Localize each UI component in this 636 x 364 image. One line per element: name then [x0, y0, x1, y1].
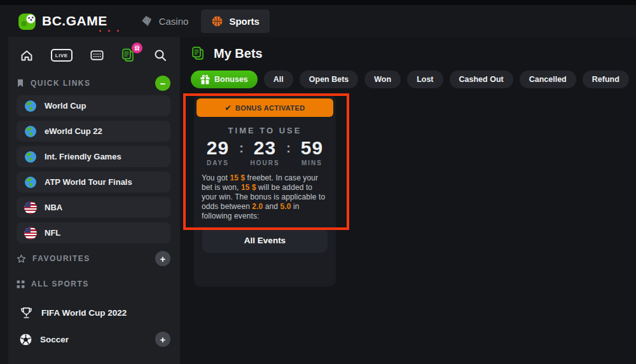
tab-open-bets[interactable]: Open Bets [300, 71, 359, 88]
tab-cancelled[interactable]: Cancelled [520, 71, 576, 88]
globe-icon [24, 125, 37, 138]
diamond-icon [139, 13, 154, 28]
nav-sports-label: Sports [229, 16, 259, 27]
nav-item-casino[interactable]: Casino [141, 15, 189, 27]
favourites-title: FAVOURITES [32, 254, 90, 263]
description-highlight: 2.0 [252, 202, 263, 211]
brand-logo[interactable]: BC.GAME [18, 11, 107, 30]
bet-filter-tabs: Bonuses All Open Bets Won Lost Cashed Ou… [191, 71, 636, 88]
sidebar-item-soccer[interactable]: Soccer + [17, 332, 170, 347]
trophy-icon [19, 306, 34, 320]
bonus-activated-banner: ✔ BONUS ACTIVATED [197, 98, 333, 117]
description-text: and [263, 202, 280, 211]
all-sports-header[interactable]: ALL SPORTS [17, 276, 170, 292]
search-icon[interactable] [153, 48, 167, 62]
sidebar-item-label: FIFA World Cup 2022 [41, 308, 127, 318]
nav-item-sports[interactable]: Sports [201, 10, 270, 33]
tab-won[interactable]: Won [364, 71, 401, 88]
check-icon: ✔ [225, 104, 231, 112]
my-bets-icon [191, 46, 206, 61]
sidebar-item-nba[interactable]: NBA [17, 197, 170, 218]
countdown-hours-value: 23 [245, 138, 286, 158]
countdown-days-label: DAYS [198, 159, 238, 166]
sidebar-item-world-cup[interactable]: World Cup [17, 95, 170, 116]
sidebar-item-label: Soccer [40, 335, 69, 344]
quick-links-collapse-button[interactable]: − [155, 76, 170, 91]
sidebar-item-label: Int. Friendly Games [45, 152, 121, 161]
sidebar-item-atp-world-tour-finals[interactable]: ATP World Tour Finals [17, 172, 170, 192]
favourites-add-button[interactable]: + [155, 251, 170, 266]
time-to-use-label: TIME TO USE [194, 126, 336, 135]
page-title: My Bets [191, 46, 636, 61]
tab-label: Bonuses [214, 75, 248, 84]
home-icon[interactable] [20, 48, 34, 62]
quick-links-title: QUICK LINKS [31, 79, 91, 88]
top-bar: BC.GAME Casino Sports [0, 5, 636, 37]
countdown-mins-label: MINS [292, 159, 333, 166]
sidebar-item-label: NBA [45, 203, 62, 212]
globe-icon [24, 100, 37, 112]
tab-label: Open Bets [309, 75, 349, 84]
description-highlight: 15 $ [230, 173, 245, 182]
countdown-days: 29 DAYS [198, 138, 238, 166]
tab-all[interactable]: All [264, 71, 293, 88]
tab-label: Won [374, 75, 391, 84]
all-sports-title: ALL SPORTS [31, 280, 89, 288]
countdown-mins-value: 59 [292, 138, 333, 158]
description-text: You got [202, 173, 230, 182]
description-highlight: 5.0 [280, 202, 291, 211]
bonus-card: ✔ BONUS ACTIVATED TIME TO USE 29 DAYS : … [194, 95, 336, 286]
gift-icon [200, 75, 210, 84]
nav-casino-label: Casino [159, 16, 189, 27]
all-events-button[interactable]: All Events [202, 227, 328, 253]
us-flag-icon [24, 227, 37, 239]
sidebar-icon-row: LIVE [17, 45, 170, 65]
live-icon-label: LIVE [51, 49, 73, 62]
main-content: My Bets Bonuses All Open Bets Won Lost C… [180, 37, 636, 364]
sidebar-item-label: eWorld Cup 22 [45, 126, 102, 136]
sidebar-item-nfl[interactable]: NFL [17, 222, 170, 243]
sidebar: LIVE [8, 37, 180, 364]
sidebar-item-label: World Cup [45, 101, 86, 111]
countdown-hours: 23 HOURS [245, 138, 286, 166]
tab-bonuses[interactable]: Bonuses [191, 71, 258, 88]
tab-label: Lost [417, 75, 433, 84]
bookmark-icon [17, 79, 24, 88]
soccer-ball-icon [19, 333, 32, 346]
countdown-mins: 59 MINS [292, 138, 333, 166]
page-title-text: My Bets [214, 46, 263, 61]
grid-icon [17, 280, 25, 288]
tab-label: Cancelled [529, 75, 567, 84]
sidebar-item-label: NFL [45, 228, 60, 238]
left-edge-strip [0, 37, 8, 364]
tab-refund[interactable]: Refund [583, 71, 629, 88]
tab-cashed-out[interactable]: Cashed Out [450, 71, 513, 88]
sidebar-item-label: ATP World Tour Finals [45, 177, 132, 187]
countdown-days-value: 29 [198, 138, 238, 158]
window-top-strip [0, 0, 636, 5]
bonus-activated-label: BONUS ACTIVATED [235, 104, 305, 112]
bonus-countdown: 29 DAYS : 23 HOURS : 59 MINS [194, 138, 336, 166]
brand-name: BC.GAME [42, 13, 107, 29]
description-highlight: 15 $ [241, 183, 256, 192]
bonus-description: You got 15 $ freebet. In case your bet i… [202, 173, 328, 221]
quick-links-header: QUICK LINKS − [17, 76, 170, 91]
favourites-header: FAVOURITES + [17, 251, 170, 266]
logo-accent-dots [99, 30, 101, 32]
sidebar-item-eworld-cup-22[interactable]: eWorld Cup 22 [17, 121, 170, 142]
tab-lost[interactable]: Lost [407, 71, 443, 88]
tab-label: Refund [592, 75, 619, 84]
live-icon[interactable]: LIVE [51, 49, 73, 62]
star-icon [17, 254, 26, 264]
countdown-hours-label: HOURS [245, 159, 286, 166]
countdown-separator: : [286, 141, 292, 166]
results-calendar-icon[interactable] [90, 48, 104, 63]
countdown-separator: : [238, 141, 245, 166]
sidebar-item-fifa-world-cup-2022[interactable]: FIFA World Cup 2022 [17, 306, 170, 320]
us-flag-icon [24, 201, 37, 214]
soccer-expand-button[interactable]: + [155, 332, 170, 347]
sidebar-item-int-friendly-games[interactable]: Int. Friendly Games [17, 146, 170, 167]
gift-badge-icon [132, 43, 142, 53]
my-bets-icon[interactable] [121, 48, 136, 63]
tab-label: All [273, 75, 284, 84]
